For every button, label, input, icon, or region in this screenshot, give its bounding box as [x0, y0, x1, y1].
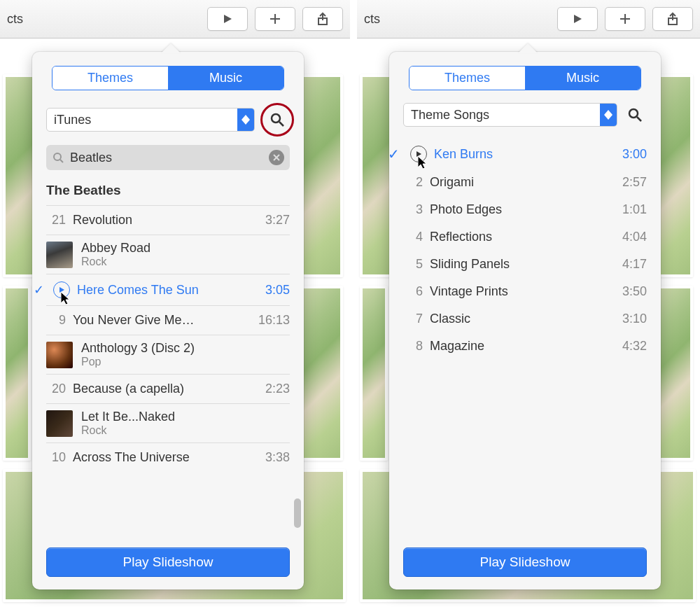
track-title: Revolution: [73, 213, 249, 228]
svg-point-9: [54, 153, 61, 160]
svg-line-23: [637, 117, 641, 121]
tab-music[interactable]: Music: [525, 67, 640, 90]
checkmark-icon: ✓: [32, 282, 46, 298]
svg-point-7: [272, 114, 280, 123]
search-highlight-circle: [260, 103, 294, 137]
track-duration: 3:05: [256, 283, 290, 298]
svg-marker-21: [604, 115, 612, 120]
music-source-select[interactable]: iTunes: [46, 108, 255, 132]
track-duration: 3:38: [256, 450, 290, 465]
toolbar: cts: [357, 0, 700, 39]
track-row[interactable]: 3Photo Edges1:01: [403, 196, 647, 223]
track-number: 6: [403, 284, 423, 299]
tab-music[interactable]: Music: [168, 67, 284, 90]
toolbar-add-button[interactable]: [605, 7, 645, 31]
album-genre: Pop: [81, 356, 195, 368]
track-row[interactable]: 20 Because (a capella) 2:23: [46, 375, 290, 403]
search-toggle-button[interactable]: [265, 108, 289, 132]
preview-play-button[interactable]: [53, 281, 70, 298]
select-value: iTunes: [47, 113, 237, 127]
album-row[interactable]: Anthology 3 (Disc 2) Pop: [46, 335, 290, 374]
results-list: ✓Ken Burns3:002Origami2:573Photo Edges1:…: [389, 135, 661, 539]
search-icon: [52, 151, 64, 164]
track-duration: 4:32: [613, 339, 647, 354]
select-value: Theme Songs: [404, 108, 600, 123]
share-icon: [666, 12, 679, 26]
album-row[interactable]: Let It Be...Naked Rock: [46, 404, 290, 442]
tab-themes[interactable]: Themes: [410, 67, 525, 90]
track-row[interactable]: 10 Across The Universe 3:38: [46, 443, 290, 472]
toolbar-share-button[interactable]: [652, 7, 693, 31]
magnifying-glass-icon: [627, 107, 643, 123]
track-title: You Never Give Me…: [73, 313, 249, 328]
track-title: Vintage Prints: [430, 284, 606, 299]
music-source-select[interactable]: Theme Songs: [403, 103, 617, 127]
play-slideshow-button[interactable]: Play Slideshow: [403, 547, 647, 577]
preview-play-button[interactable]: [410, 146, 427, 162]
background-photo: [3, 286, 31, 461]
search-input[interactable]: Beatles: [46, 145, 290, 170]
scrollbar-thumb[interactable]: [294, 498, 301, 528]
stepper-icon: [600, 104, 617, 126]
search-value: Beatles: [70, 151, 263, 165]
track-title: Magazine: [430, 339, 606, 354]
svg-point-22: [629, 109, 638, 118]
search-toggle-button[interactable]: [623, 103, 647, 127]
track-number: 21: [46, 213, 66, 228]
cursor-icon: [418, 156, 429, 170]
album-art: [46, 242, 73, 268]
track-duration: 2:57: [613, 175, 647, 190]
magnifying-glass-icon: [270, 112, 285, 127]
track-row[interactable]: 8Magazine4:32: [403, 333, 647, 360]
track-row[interactable]: 5Sliding Panels4:17: [403, 251, 647, 278]
track-title: Here Comes The Sun: [77, 283, 249, 298]
clear-search-button[interactable]: [269, 150, 284, 165]
stepper-icon: [237, 109, 254, 131]
svg-marker-14: [61, 292, 69, 305]
plus-icon: [269, 13, 281, 25]
track-title: Because (a capella): [73, 382, 249, 396]
track-duration: 4:04: [613, 230, 647, 244]
slideshow-popover: Themes Music iTunes Beatles: [32, 52, 304, 589]
svg-marker-25: [418, 156, 426, 169]
toolbar-share-button[interactable]: [302, 7, 343, 31]
track-duration: 3:50: [613, 284, 647, 299]
track-duration: 16:13: [256, 313, 290, 328]
track-number: 2: [403, 175, 423, 190]
results-list: The Beatles 21 Revolution 3:27 Abbey Roa…: [32, 179, 304, 539]
track-title: Classic: [430, 312, 606, 326]
toolbar-play-button[interactable]: [207, 7, 248, 31]
cursor-icon: [61, 292, 72, 306]
tab-themes[interactable]: Themes: [52, 67, 168, 90]
svg-line-10: [60, 160, 63, 162]
track-number: 7: [403, 312, 423, 326]
track-title: Sliding Panels: [430, 257, 606, 272]
checkmark-icon: ✓: [389, 146, 403, 162]
track-row[interactable]: 21 Revolution 3:27: [46, 206, 290, 235]
track-row[interactable]: 9 You Never Give Me… 16:13: [46, 306, 290, 335]
toolbar: cts: [0, 0, 350, 39]
track-row[interactable]: 4Reflections4:04: [403, 223, 647, 251]
play-slideshow-button[interactable]: Play Slideshow: [46, 547, 290, 577]
track-number: 4: [403, 230, 423, 244]
toolbar-add-button[interactable]: [255, 7, 295, 31]
track-row[interactable]: 2Origami2:57: [403, 169, 647, 196]
track-title: Ken Burns: [434, 147, 606, 162]
background-photo: [301, 286, 343, 461]
track-row[interactable]: 7Classic3:10: [403, 305, 647, 333]
toolbar-play-button[interactable]: [557, 7, 598, 31]
album-genre: Rock: [81, 256, 150, 268]
play-icon: [222, 13, 233, 25]
album-art: [46, 410, 73, 437]
album-row[interactable]: Abbey Road Rock: [46, 235, 290, 274]
track-duration: 3:00: [613, 147, 647, 162]
track-row-selected[interactable]: ✓ Here Comes The Sun 3:05: [46, 274, 290, 305]
track-row[interactable]: 6Vintage Prints3:50: [403, 278, 647, 305]
track-row-selected[interactable]: ✓Ken Burns3:00: [403, 139, 647, 169]
tab-segmented-control: Themes Music: [409, 66, 641, 90]
track-duration: 2:23: [256, 382, 290, 396]
track-number: 8: [403, 339, 423, 354]
plus-icon: [619, 13, 631, 25]
track-number: 20: [46, 382, 66, 396]
svg-marker-20: [604, 110, 612, 115]
